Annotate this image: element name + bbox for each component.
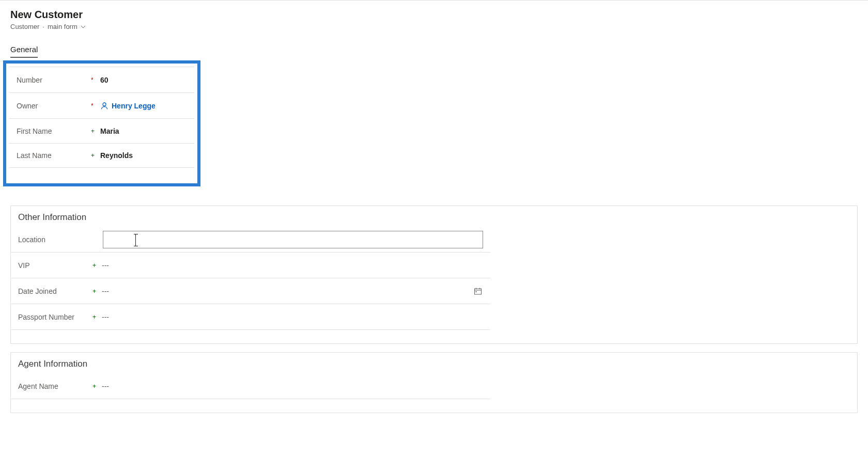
svg-rect-1: [475, 289, 482, 294]
text-cursor-icon: [135, 234, 141, 246]
field-row-location[interactable]: Location: [11, 227, 490, 253]
section-title-other: Other Information: [11, 206, 857, 227]
optional-marker: +: [92, 288, 102, 295]
section-other-information: Other Information Location VIP + --- Dat…: [10, 206, 858, 344]
required-marker: *: [91, 76, 100, 84]
section-agent-information: Agent Information Agent Name + ---: [10, 352, 858, 413]
field-row-first-name[interactable]: First Name + Maria: [9, 118, 194, 143]
field-label-last-name: Last Name: [17, 151, 91, 160]
svg-point-0: [103, 103, 106, 106]
field-value-vip[interactable]: ---: [102, 261, 483, 270]
field-label-date-joined: Date Joined: [18, 287, 92, 295]
field-row-last-name[interactable]: Last Name + Reynolds: [9, 143, 194, 168]
general-fields-highlight: Number * 60 Owner * Henry Legge First Na…: [3, 60, 200, 186]
field-value-date-joined[interactable]: ---: [102, 287, 474, 295]
field-label-owner: Owner: [17, 102, 91, 110]
tab-general[interactable]: General: [10, 45, 38, 58]
field-label-agent-name: Agent Name: [18, 382, 92, 390]
field-value-agent-name[interactable]: ---: [102, 382, 483, 390]
field-label-passport-number: Passport Number: [18, 313, 92, 321]
field-row-owner[interactable]: Owner * Henry Legge: [9, 92, 194, 118]
calendar-icon[interactable]: [474, 287, 483, 295]
field-label-vip: VIP: [18, 261, 92, 270]
optional-marker: +: [92, 383, 102, 390]
field-value-last-name[interactable]: Reynolds: [100, 151, 187, 160]
section-title-agent: Agent Information: [11, 353, 857, 373]
field-value-number[interactable]: 60: [100, 76, 187, 84]
field-value-first-name[interactable]: Maria: [100, 127, 187, 135]
owner-link[interactable]: Henry Legge: [112, 102, 156, 110]
optional-marker: +: [91, 128, 100, 135]
person-icon: [100, 102, 109, 110]
breadcrumb-entity: Customer: [10, 23, 39, 30]
field-row-agent-name[interactable]: Agent Name + ---: [11, 373, 490, 399]
required-marker: *: [91, 102, 100, 109]
field-label-location: Location: [18, 235, 103, 244]
chevron-down-icon[interactable]: [81, 24, 86, 29]
field-value-owner[interactable]: Henry Legge: [100, 102, 187, 110]
field-label-first-name: First Name: [17, 127, 91, 135]
location-input[interactable]: [103, 231, 483, 248]
optional-marker: +: [92, 262, 102, 269]
field-value-passport-number[interactable]: ---: [102, 313, 483, 321]
breadcrumb-separator: ·: [42, 23, 44, 30]
field-label-number: Number: [17, 76, 91, 84]
optional-marker: +: [92, 313, 102, 321]
svg-rect-5: [476, 291, 477, 292]
field-row-date-joined[interactable]: Date Joined + ---: [11, 278, 490, 304]
field-row-passport-number[interactable]: Passport Number + ---: [11, 304, 490, 330]
field-row-number[interactable]: Number * 60: [9, 67, 194, 92]
breadcrumb: Customer · main form: [10, 23, 858, 30]
breadcrumb-form-selector[interactable]: main form: [48, 23, 78, 30]
page-title: New Customer: [10, 9, 858, 21]
field-row-vip[interactable]: VIP + ---: [11, 253, 490, 278]
optional-marker: +: [91, 152, 100, 159]
